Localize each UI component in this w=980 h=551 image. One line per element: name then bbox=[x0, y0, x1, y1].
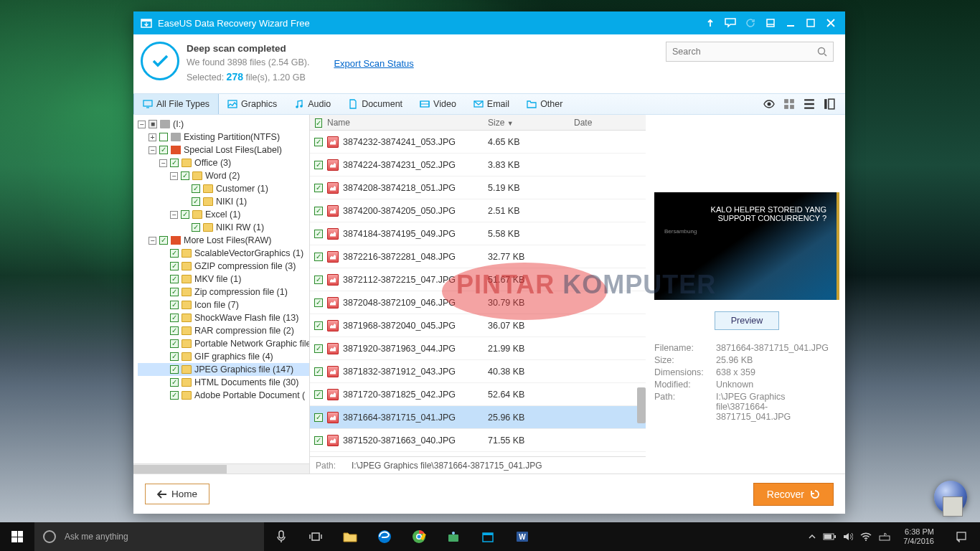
search-box[interactable] bbox=[666, 42, 834, 62]
chrome-icon[interactable] bbox=[402, 522, 436, 551]
row-checkbox[interactable]: ✓ bbox=[314, 161, 323, 169]
row-checkbox[interactable]: ✓ bbox=[314, 253, 323, 261]
export-scan-link[interactable]: Export Scan Status bbox=[334, 58, 413, 69]
row-checkbox[interactable]: ✓ bbox=[314, 138, 323, 146]
refresh-icon[interactable] bbox=[745, 17, 756, 29]
row-checkbox[interactable]: ✓ bbox=[314, 436, 323, 445]
home-button[interactable]: Home bbox=[145, 484, 209, 504]
tree-item[interactable]: ✓HTML Documents file (30) bbox=[138, 376, 309, 389]
mic-icon[interactable] bbox=[264, 522, 298, 551]
upload-icon[interactable] bbox=[705, 17, 716, 29]
tree-item[interactable]: ✓Customer (1) bbox=[138, 182, 309, 195]
tree-item[interactable]: ✓ScalableVectorGraphics (1) bbox=[138, 247, 309, 260]
tree-item[interactable]: ✓RAR compression file (2) bbox=[138, 324, 309, 337]
table-row[interactable]: ✓3874224-3874231_052.JPG3.83 KB bbox=[310, 154, 646, 176]
table-row[interactable]: ✓3874208-3874218_051.JPG5.19 KB bbox=[310, 176, 646, 199]
maximize-icon[interactable] bbox=[805, 17, 816, 29]
desktop-gadget[interactable] bbox=[943, 496, 963, 517]
filter-graphics[interactable]: Graphics bbox=[219, 94, 286, 114]
app-icon-1[interactable] bbox=[436, 522, 471, 551]
table-row[interactable]: ✓3871832-3871912_043.JPG40.38 KB bbox=[310, 360, 646, 383]
tray-clock[interactable]: 6:38 PM7/4/2016 bbox=[897, 527, 940, 545]
filter-email[interactable]: Email bbox=[465, 94, 518, 114]
search-input[interactable] bbox=[666, 47, 817, 57]
start-button[interactable] bbox=[0, 522, 34, 551]
wifi-icon[interactable] bbox=[860, 532, 872, 541]
row-checkbox[interactable]: ✓ bbox=[314, 367, 323, 376]
eye-icon[interactable] bbox=[763, 98, 775, 110]
task-view-icon[interactable] bbox=[298, 522, 333, 551]
row-checkbox[interactable]: ✓ bbox=[314, 413, 323, 422]
edge-icon[interactable] bbox=[367, 522, 402, 551]
tree-item[interactable]: ✓Adobe Portable Document ( bbox=[138, 389, 309, 402]
row-checkbox[interactable]: ✓ bbox=[314, 344, 323, 353]
tree-item[interactable]: ✓NIKI (1) bbox=[138, 195, 309, 208]
tree-item[interactable]: −✓Word (2) bbox=[138, 169, 309, 182]
table-row[interactable]: ✓3872048-3872109_046.JPG30.79 KB bbox=[310, 291, 646, 314]
col-size[interactable]: Size ▼ bbox=[488, 118, 574, 128]
table-body[interactable]: ✓3874232-3874241_053.JPG4.65 KB✓3874224-… bbox=[310, 131, 646, 456]
word-icon[interactable]: W bbox=[505, 522, 540, 551]
table-row[interactable]: ✓3871968-3872040_045.JPG36.07 KB bbox=[310, 314, 646, 337]
tree-item[interactable]: ✓MKV file (1) bbox=[138, 273, 309, 286]
table-row[interactable]: ✓3872216-3872281_048.JPG32.77 KB bbox=[310, 245, 646, 268]
table-row[interactable]: ✓3874184-3874195_049.JPG5.58 KB bbox=[310, 222, 646, 245]
file-explorer-icon[interactable] bbox=[333, 522, 367, 551]
battery-icon[interactable] bbox=[823, 533, 836, 540]
folder-tree[interactable]: −■(I:) +✓Existing Partition(NTFS) −✓Spec… bbox=[133, 115, 310, 474]
table-row[interactable]: ✓3871664-3871715_041.JPG25.96 KB bbox=[310, 406, 646, 429]
row-checkbox[interactable]: ✓ bbox=[314, 298, 323, 307]
tree-root[interactable]: −■(I:) bbox=[138, 118, 309, 131]
tree-item[interactable]: ✓GIF graphics file (4) bbox=[138, 350, 309, 363]
feedback-icon[interactable] bbox=[725, 17, 736, 29]
taskbar-search[interactable]: Ask me anything bbox=[34, 522, 264, 551]
table-row[interactable]: ✓3871520-3871663_040.JPG71.55 KB bbox=[310, 429, 646, 452]
tree-item[interactable]: −✓Excel (1) bbox=[138, 208, 309, 221]
filter-other[interactable]: Other bbox=[518, 94, 571, 114]
table-row[interactable]: ✓3871920-3871963_044.JPG21.99 KB bbox=[310, 337, 646, 360]
detail-view-icon[interactable] bbox=[824, 98, 835, 110]
tree-hscroll[interactable] bbox=[133, 463, 309, 474]
table-row[interactable]: ✓3874232-3874241_053.JPG4.65 KB bbox=[310, 131, 646, 154]
filter-video[interactable]: Video bbox=[411, 94, 465, 114]
recover-button[interactable]: Recover bbox=[753, 483, 834, 506]
tree-item[interactable]: ✓ShockWave Flash file (13) bbox=[138, 311, 309, 324]
tree-item[interactable]: ✓Portable Network Graphic file bbox=[138, 337, 309, 350]
row-checkbox[interactable]: ✓ bbox=[314, 321, 323, 330]
minimize-icon[interactable] bbox=[785, 17, 796, 29]
tree-item[interactable]: +✓Existing Partition(NTFS) bbox=[138, 131, 309, 143]
row-checkbox[interactable]: ✓ bbox=[314, 390, 323, 399]
table-row[interactable]: ✓3872112-3872215_047.JPG51.67 KB bbox=[310, 268, 646, 291]
select-all-checkbox[interactable]: ✓ bbox=[315, 118, 322, 128]
row-checkbox[interactable]: ✓ bbox=[314, 276, 323, 284]
tree-item[interactable]: ✓GZIP compression file (3) bbox=[138, 260, 309, 273]
tree-item[interactable]: ✓NIKI RW (1) bbox=[138, 221, 309, 234]
row-checkbox[interactable]: ✓ bbox=[314, 207, 323, 215]
minimize-tray-icon[interactable] bbox=[765, 17, 776, 29]
tree-item[interactable]: ✓Zip compression file (1) bbox=[138, 286, 309, 298]
filter-audio[interactable]: Audio bbox=[286, 94, 339, 114]
row-checkbox[interactable]: ✓ bbox=[314, 184, 323, 192]
keyboard-icon[interactable] bbox=[879, 532, 890, 541]
vscroll-thumb[interactable] bbox=[637, 387, 646, 423]
list-view-icon[interactable] bbox=[804, 98, 815, 110]
tree-item[interactable]: −✓Office (3) bbox=[138, 156, 309, 169]
col-date[interactable]: Date bbox=[574, 118, 646, 128]
tree-item[interactable]: ✓Icon file (7) bbox=[138, 298, 309, 311]
close-icon[interactable] bbox=[825, 17, 837, 29]
tree-item[interactable]: −✓More Lost Files(RAW) bbox=[138, 234, 309, 247]
tray-chevron-icon[interactable] bbox=[809, 533, 816, 540]
filter-all[interactable]: All File Types bbox=[133, 94, 219, 114]
notifications-icon[interactable] bbox=[947, 522, 976, 551]
col-name[interactable]: Name bbox=[327, 118, 488, 128]
filter-document[interactable]: Document bbox=[339, 94, 411, 114]
tree-item-jpeg[interactable]: ✓JPEG Graphics file (147) bbox=[138, 363, 309, 376]
row-checkbox[interactable]: ✓ bbox=[314, 230, 323, 238]
grid-view-icon[interactable] bbox=[783, 98, 795, 110]
preview-button[interactable]: Preview bbox=[715, 311, 779, 330]
table-row[interactable]: ✓3871720-3871825_042.JPG52.64 KB bbox=[310, 383, 646, 406]
easeus-taskbar-icon[interactable] bbox=[471, 522, 505, 551]
volume-icon[interactable] bbox=[843, 532, 853, 541]
table-row[interactable]: ✓3874200-3874205_050.JPG2.51 KB bbox=[310, 199, 646, 222]
tree-item[interactable]: −✓Special Lost Files(Label) bbox=[138, 143, 309, 156]
